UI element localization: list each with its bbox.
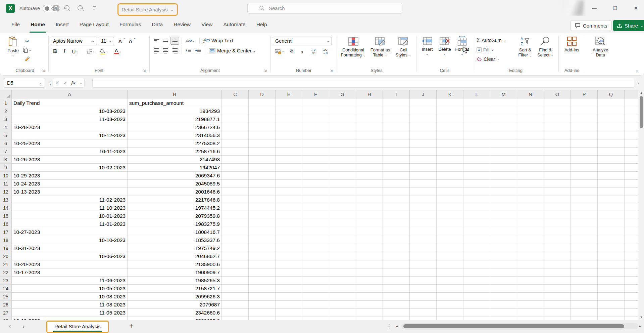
cell-F25[interactable] [302, 293, 329, 301]
cell-E13[interactable] [276, 196, 302, 204]
cell-O24[interactable] [544, 285, 571, 293]
cell-A15[interactable]: 10-01-2023 [12, 212, 128, 220]
row-header-3[interactable]: 3 [0, 115, 12, 123]
cell-H14[interactable] [356, 204, 383, 212]
column-header-N[interactable]: N [517, 90, 544, 99]
row-header-13[interactable]: 13 [0, 196, 12, 204]
cell-F5[interactable] [302, 131, 329, 139]
cell-F20[interactable] [302, 252, 329, 260]
cell-A4[interactable]: 10-28-2023 [12, 123, 128, 131]
cell-J6[interactable] [410, 139, 437, 148]
search-input[interactable] [269, 5, 390, 11]
cell-J17[interactable] [410, 228, 437, 236]
cell-A8[interactable]: 10-26-2023 [12, 156, 128, 164]
cell-G24[interactable] [329, 285, 356, 293]
cell-A18[interactable]: 10-10-2023 [12, 236, 128, 244]
cell-D19[interactable] [249, 244, 276, 252]
cell-K10[interactable] [437, 172, 463, 180]
cell-D4[interactable] [249, 123, 276, 131]
cell-K25[interactable] [437, 293, 463, 301]
cell-M12[interactable] [490, 188, 517, 196]
cell-partial-20[interactable] [625, 252, 638, 260]
top-align-button[interactable] [152, 37, 160, 45]
cell-C19[interactable] [222, 244, 249, 252]
cell-P18[interactable] [571, 236, 598, 244]
cell-K2[interactable] [437, 107, 463, 115]
cell-B10[interactable]: 2069347.6 [128, 172, 222, 180]
cell-D1[interactable] [249, 99, 276, 107]
cell-H16[interactable] [356, 220, 383, 228]
cell-J24[interactable] [410, 285, 437, 293]
cell-L20[interactable] [463, 252, 490, 260]
middle-align-button[interactable] [161, 37, 170, 45]
wrap-text-button[interactable]: abc Wrap Text [202, 37, 235, 45]
cell-O23[interactable] [544, 277, 571, 285]
paste-button[interactable]: Paste ⌄ [3, 34, 23, 63]
cell-F17[interactable] [302, 228, 329, 236]
cell-P24[interactable] [571, 285, 598, 293]
cell-partial-14[interactable] [625, 204, 638, 212]
cell-L9[interactable] [463, 164, 490, 172]
cell-K17[interactable] [437, 228, 463, 236]
cell-J14[interactable] [410, 204, 437, 212]
cell-N6[interactable] [517, 139, 544, 148]
cell-H8[interactable] [356, 156, 383, 164]
cell-J15[interactable] [410, 212, 437, 220]
cell-J11[interactable] [410, 180, 437, 188]
cell-I24[interactable] [383, 285, 410, 293]
cell-E2[interactable] [276, 107, 302, 115]
cell-F27[interactable] [302, 309, 329, 317]
cell-Q21[interactable] [598, 260, 625, 268]
column-header-O[interactable]: O [544, 90, 571, 99]
cell-F4[interactable] [302, 123, 329, 131]
cell-D25[interactable] [249, 293, 276, 301]
cell-M5[interactable] [490, 131, 517, 139]
cell-M10[interactable] [490, 172, 517, 180]
row-header-12[interactable]: 12 [0, 188, 12, 196]
cell-A16[interactable]: 11-01-2023 [12, 220, 128, 228]
cell-J23[interactable] [410, 277, 437, 285]
horizontal-scrollbar[interactable] [401, 323, 638, 329]
new-sheet-button[interactable]: + [127, 322, 136, 330]
cell-F9[interactable] [302, 164, 329, 172]
cell-J13[interactable] [410, 196, 437, 204]
tab-automate[interactable]: Automate [218, 16, 251, 33]
cell-A25[interactable]: 10-08-2023 [12, 293, 128, 301]
cell-partial-19[interactable] [625, 244, 638, 252]
cell-L5[interactable] [463, 131, 490, 139]
cell-C9[interactable] [222, 164, 249, 172]
cell-F3[interactable] [302, 115, 329, 123]
cell-B1[interactable]: sum_purchase_amount [128, 99, 222, 107]
cell-Q4[interactable] [598, 123, 625, 131]
cell-M7[interactable] [490, 148, 517, 156]
cell-D9[interactable] [249, 164, 276, 172]
cell-K23[interactable] [437, 277, 463, 285]
cell-E14[interactable] [276, 204, 302, 212]
cell-C23[interactable] [222, 277, 249, 285]
cell-partial-6[interactable] [625, 139, 638, 148]
cell-H22[interactable] [356, 268, 383, 277]
cell-L2[interactable] [463, 107, 490, 115]
cell-Q19[interactable] [598, 244, 625, 252]
cell-I14[interactable] [383, 204, 410, 212]
cell-E25[interactable] [276, 293, 302, 301]
cell-P12[interactable] [571, 188, 598, 196]
cell-B21[interactable]: 2135900.6 [128, 260, 222, 268]
cell-A9[interactable]: 10-02-2023 [12, 164, 128, 172]
cell-A21[interactable]: 10-20-2023 [12, 260, 128, 268]
cell-G5[interactable] [329, 131, 356, 139]
cell-M20[interactable] [490, 252, 517, 260]
cell-F6[interactable] [302, 139, 329, 148]
spreadsheet-grid[interactable]: ABCDEFGHIJKLMNOPQ 1Daily Trendsum_purcha… [0, 90, 638, 320]
cell-P21[interactable] [571, 260, 598, 268]
cell-E26[interactable] [276, 301, 302, 309]
cell-B4[interactable]: 2366724.6 [128, 123, 222, 131]
cell-N11[interactable] [517, 180, 544, 188]
cell-F1[interactable] [302, 99, 329, 107]
cell-O27[interactable] [544, 309, 571, 317]
cell-I11[interactable] [383, 180, 410, 188]
cell-J2[interactable] [410, 107, 437, 115]
cell-N15[interactable] [517, 212, 544, 220]
column-header-P[interactable]: P [571, 90, 598, 99]
cell-N23[interactable] [517, 277, 544, 285]
